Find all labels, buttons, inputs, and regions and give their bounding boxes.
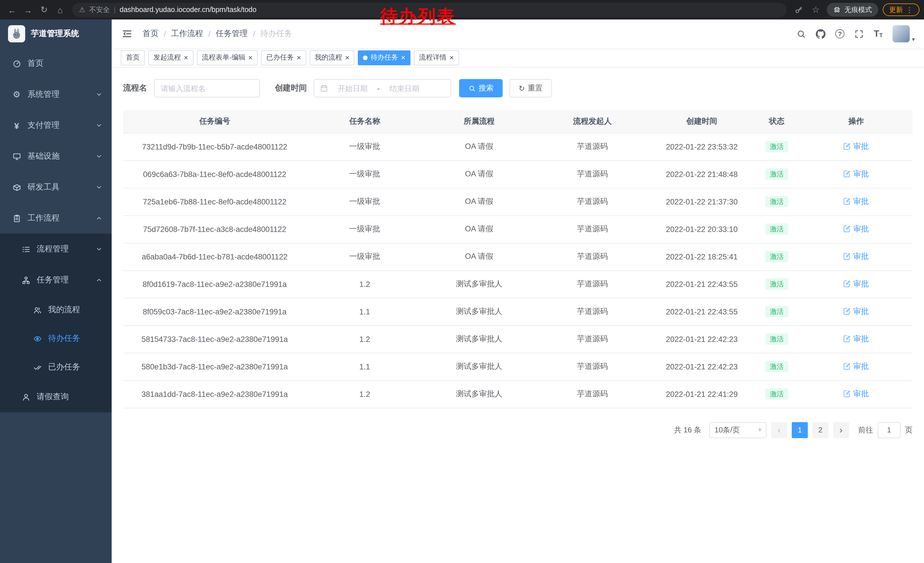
date-range-picker[interactable]: -: [314, 79, 451, 98]
process-name-input[interactable]: [154, 79, 260, 98]
annotation-overlay: 待办列表: [380, 5, 456, 29]
github-icon[interactable]: [816, 29, 825, 39]
end-date-input[interactable]: [383, 84, 426, 93]
help-icon[interactable]: ?: [835, 29, 844, 38]
incognito-badge: 无痕模式: [826, 3, 878, 17]
start-date-input[interactable]: [332, 84, 374, 93]
page-size-select[interactable]: 10条/页 ▾: [710, 422, 766, 438]
breadcrumb-task-management[interactable]: 任务管理: [216, 29, 248, 39]
password-key-icon[interactable]: [792, 3, 805, 16]
goto-page-input[interactable]: [878, 422, 900, 438]
page-size-value: 10条/页: [714, 425, 740, 435]
sidebar-item-process-management[interactable]: 流程管理: [0, 234, 112, 264]
font-size-icon[interactable]: TT: [874, 29, 883, 38]
col-process: 所属流程: [423, 110, 535, 133]
app-logo-row: 芋道管理系统: [0, 20, 112, 48]
warning-icon: ⚠: [79, 6, 85, 14]
user-menu[interactable]: ▾: [892, 25, 915, 42]
breadcrumb-home[interactable]: 首页: [142, 29, 159, 39]
cell-initiator: 芋道源码: [535, 188, 650, 215]
edit-icon: [844, 280, 851, 288]
prev-page-button[interactable]: ‹: [771, 422, 787, 438]
bookmark-star-icon[interactable]: ☆: [810, 3, 822, 16]
tab-process-detail[interactable]: 流程详情 ×: [414, 50, 459, 65]
cell-create-time: 2022-01-22 20:33:10: [650, 215, 754, 243]
browser-update-button[interactable]: 更新 ⋮: [883, 3, 920, 16]
tab-process-form-edit[interactable]: 流程表单-编辑 ×: [196, 50, 258, 65]
close-icon[interactable]: ×: [401, 54, 405, 61]
task-table-body: 73211d9d-7b9b-11ec-b5b7-acde48001122一级审批…: [123, 133, 912, 408]
approve-link[interactable]: 审批: [844, 251, 869, 262]
sidebar-item-system[interactable]: ⚙ 系统管理: [0, 79, 112, 110]
tab-my-processes[interactable]: 我的流程 ×: [310, 50, 355, 65]
cell-task-id: 8f0d1619-7ac8-11ec-a9e2-a2380e71991a: [123, 270, 306, 298]
approve-link[interactable]: 审批: [844, 224, 869, 234]
search-button[interactable]: 搜索: [459, 79, 502, 98]
close-icon[interactable]: ×: [297, 54, 301, 61]
sidebar-item-infrastructure[interactable]: 基础设施: [0, 141, 112, 172]
app-title: 芋道管理系统: [31, 29, 79, 39]
browser-home-button[interactable]: ⌂: [52, 2, 68, 17]
page-1-button[interactable]: 1: [792, 422, 808, 438]
cell-process: 测试多审批人: [423, 325, 535, 353]
reset-button[interactable]: ↻ 重置: [510, 79, 552, 98]
close-icon[interactable]: ×: [184, 54, 188, 61]
close-icon[interactable]: ×: [449, 54, 454, 61]
sidebar-item-leave-query[interactable]: 请假查询: [0, 381, 112, 412]
avatar[interactable]: [892, 25, 910, 42]
approve-label: 审批: [853, 334, 869, 344]
sidebar-item-done-tasks[interactable]: 已办任务: [0, 353, 112, 381]
sidebar-item-home[interactable]: 首页: [0, 48, 112, 79]
browser-back-button[interactable]: ←: [4, 2, 20, 17]
status-badge: 激活: [765, 361, 788, 372]
cell-initiator: 芋道源码: [535, 353, 650, 380]
cell-status: 激活: [754, 325, 800, 353]
approve-link[interactable]: 审批: [844, 279, 869, 289]
sidebar-item-task-management[interactable]: 任务管理: [0, 264, 112, 296]
sidebar-toggle-button[interactable]: [121, 27, 134, 40]
sidebar-item-payment[interactable]: ¥ 支付管理: [0, 110, 112, 141]
breadcrumb-workflow[interactable]: 工作流程: [171, 29, 203, 39]
approve-link[interactable]: 审批: [844, 334, 869, 344]
cell-status: 激活: [754, 243, 800, 270]
url-divider: |: [114, 6, 116, 14]
approve-link[interactable]: 审批: [844, 306, 869, 317]
sidebar-item-todo-tasks[interactable]: 待办任务: [0, 324, 112, 353]
table-row: 75d72608-7b7f-11ec-a3c8-acde48001122一级审批…: [123, 215, 912, 243]
cell-action: 审批: [800, 270, 913, 298]
next-page-button[interactable]: ›: [833, 422, 849, 438]
search-icon[interactable]: [796, 29, 806, 39]
status-badge: 激活: [765, 168, 788, 180]
edit-icon: [844, 363, 851, 370]
tab-todo-tasks[interactable]: 待办任务 ×: [358, 50, 411, 65]
col-task-name: 任务名称: [306, 110, 423, 133]
edit-icon: [844, 253, 851, 260]
close-icon[interactable]: ×: [248, 54, 252, 61]
approve-link[interactable]: 审批: [844, 197, 869, 207]
approve-link[interactable]: 审批: [844, 169, 869, 179]
sidebar-item-workflow[interactable]: 工作流程: [0, 203, 112, 234]
tab-label: 已办任务: [266, 53, 294, 62]
tab-home[interactable]: 首页: [121, 50, 145, 65]
tab-start-process[interactable]: 发起流程 ×: [148, 50, 193, 65]
list-icon: [21, 245, 31, 254]
table-row: 725a1eb6-7b88-11ec-8ef0-acde48001122一级审批…: [123, 188, 912, 215]
page-2-button[interactable]: 2: [812, 422, 828, 438]
approve-link[interactable]: 审批: [844, 362, 869, 372]
sidebar-item-my-processes[interactable]: 我的流程: [0, 296, 112, 324]
table-row: 8f0d1619-7ac8-11ec-a9e2-a2380e71991a1.2测…: [123, 270, 912, 298]
sidebar-item-label: 已办任务: [48, 362, 102, 372]
cell-task-id: 580e1b3d-7ac8-11ec-a9e2-a2380e71991a: [123, 353, 306, 380]
fullscreen-icon[interactable]: [854, 29, 864, 39]
approve-link[interactable]: 审批: [844, 389, 869, 399]
cell-initiator: 芋道源码: [535, 270, 650, 298]
browser-forward-button[interactable]: →: [21, 2, 36, 17]
table-row: 58154733-7ac8-11ec-a9e2-a2380e71991a1.2测…: [123, 325, 912, 353]
sidebar-item-label: 支付管理: [27, 120, 96, 131]
browser-reload-button[interactable]: ↻: [37, 2, 51, 17]
tab-done-tasks[interactable]: 已办任务 ×: [261, 50, 306, 65]
close-icon[interactable]: ×: [345, 54, 350, 61]
sidebar-item-devtools[interactable]: 研发工具: [0, 172, 112, 203]
cell-action: 审批: [800, 325, 913, 353]
approve-link[interactable]: 审批: [844, 141, 869, 152]
